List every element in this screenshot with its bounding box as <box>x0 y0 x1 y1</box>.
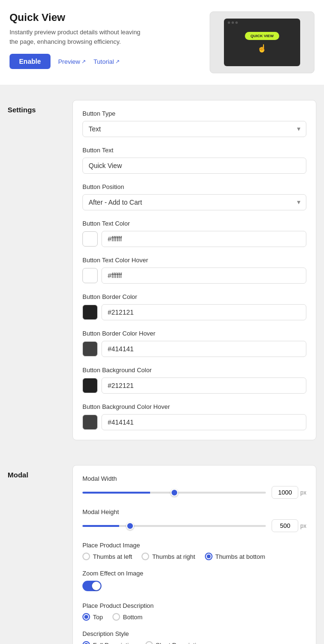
radio-desc-top-label: Top <box>93 614 103 621</box>
radio-thumbs-left-circle <box>82 553 90 560</box>
button-background-color-hover-swatch[interactable] <box>82 415 98 430</box>
zoom-effect-toggle-wrapper <box>82 581 306 593</box>
radio-thumbs-left-label: Thumbs at left <box>93 553 132 560</box>
dot-3 <box>235 21 238 24</box>
button-text-color-hover-label: Button Text Color Hover <box>82 257 306 264</box>
settings-panel: Button Type Text Icon Text + Icon ▼ Butt… <box>72 100 316 440</box>
preview-mockup: QUICK VIEW ☝ <box>224 19 300 66</box>
button-text-color-hover-swatch[interactable] <box>82 268 98 283</box>
modal-width-field: Modal Width px <box>82 475 306 499</box>
zoom-effect-toggle[interactable] <box>82 581 101 591</box>
button-type-select-wrapper: Text Icon Text + Icon ▼ <box>82 121 306 137</box>
button-border-color-field: Button Border Color <box>82 293 306 320</box>
place-product-image-field: Place Product Image Thumbs at left Thumb… <box>82 542 306 560</box>
button-text-color-input[interactable] <box>101 231 306 247</box>
button-border-color-hover-field: Button Border Color Hover <box>82 330 306 357</box>
button-background-color-hover-field: Button Background Color Hover <box>82 403 306 430</box>
section-divider-2 <box>0 450 324 456</box>
settings-label: Settings <box>8 100 65 114</box>
button-background-color-hover-input[interactable] <box>101 414 306 430</box>
modal-height-value-box: px <box>272 519 306 532</box>
radio-desc-bottom[interactable]: Bottom <box>112 613 142 621</box>
description-style-label: Description Style <box>82 630 306 637</box>
button-background-color-swatch[interactable] <box>82 378 98 393</box>
description-style-radio-group: Full Description Short Description <box>82 641 306 644</box>
button-border-color-input[interactable] <box>101 304 306 320</box>
modal-section: Modal Modal Width px Modal Height <box>0 456 324 644</box>
dot-2 <box>232 21 234 24</box>
button-border-color-swatch[interactable] <box>82 305 98 320</box>
button-position-select-wrapper: After - Add to Cart Before - Add to Cart… <box>82 194 306 210</box>
button-border-color-row <box>82 304 306 320</box>
button-type-label: Button Type <box>82 110 306 117</box>
hero-title: Quick View <box>10 11 202 24</box>
modal-width-value-box: px <box>272 486 306 499</box>
button-background-color-hover-row <box>82 414 306 430</box>
button-background-color-input[interactable] <box>101 377 306 394</box>
button-type-field: Button Type Text Icon Text + Icon ▼ <box>82 110 306 137</box>
button-text-color-hover-input[interactable] <box>101 268 306 284</box>
cursor-icon: ☝ <box>257 44 267 53</box>
radio-thumbs-bottom-circle <box>205 553 213 560</box>
button-text-color-field: Button Text Color <box>82 220 306 247</box>
place-product-image-label: Place Product Image <box>82 542 306 549</box>
radio-thumbs-left[interactable]: Thumbs at left <box>82 553 132 560</box>
place-product-description-field: Place Product Description Top Bottom <box>82 602 306 621</box>
radio-thumbs-right[interactable]: Thumbs at right <box>142 553 195 560</box>
tutorial-link[interactable]: Tutorial <box>93 58 120 65</box>
radio-desc-top[interactable]: Top <box>82 613 103 621</box>
preview-link[interactable]: Preview <box>58 58 86 65</box>
button-border-color-hover-input[interactable] <box>101 341 306 357</box>
radio-thumbs-bottom-label: Thumbs at bottom <box>215 553 265 560</box>
zoom-effect-label: Zoom Effect on Image <box>82 570 306 577</box>
button-position-label: Button Position <box>82 183 306 190</box>
place-product-description-radio-group: Top Bottom <box>82 613 306 621</box>
button-border-color-hover-label: Button Border Color Hover <box>82 330 306 337</box>
radio-full-description-label: Full Description <box>93 642 136 644</box>
radio-thumbs-bottom[interactable]: Thumbs at bottom <box>205 553 265 560</box>
enable-button[interactable]: Enable <box>10 54 51 69</box>
place-product-description-label: Place Product Description <box>82 602 306 609</box>
modal-height-field: Modal Height px <box>82 508 306 532</box>
modal-panel: Modal Width px Modal Height px <box>72 465 316 644</box>
place-product-image-radio-group: Thumbs at left Thumbs at right Thumbs at… <box>82 553 306 560</box>
button-border-color-hover-row <box>82 341 306 357</box>
radio-desc-bottom-circle <box>112 613 120 621</box>
button-background-color-label: Button Background Color <box>82 367 306 374</box>
button-position-select[interactable]: After - Add to Cart Before - Add to Cart… <box>82 194 306 210</box>
radio-full-description-circle <box>82 641 90 644</box>
modal-width-slider[interactable] <box>82 492 266 494</box>
preview-qv-button: QUICK VIEW <box>245 32 279 40</box>
radio-full-description[interactable]: Full Description <box>82 641 136 644</box>
radio-desc-bottom-label: Bottom <box>123 614 142 621</box>
modal-height-slider[interactable] <box>82 525 266 527</box>
modal-height-label: Modal Height <box>82 508 306 515</box>
button-text-color-hover-field: Button Text Color Hover <box>82 257 306 284</box>
hero-preview-image: QUICK VIEW ☝ <box>210 11 314 73</box>
radio-thumbs-right-circle <box>142 553 149 560</box>
section-divider-1 <box>0 85 324 90</box>
modal-height-slider-row: px <box>82 519 306 532</box>
button-type-select[interactable]: Text Icon Text + Icon <box>82 121 306 137</box>
radio-short-description-label: Short Description <box>156 642 203 644</box>
button-border-color-label: Button Border Color <box>82 293 306 300</box>
modal-width-slider-row: px <box>82 486 306 499</box>
description-style-field: Description Style Full Description Short… <box>82 630 306 644</box>
modal-width-value-input[interactable] <box>272 486 298 499</box>
button-border-color-hover-swatch[interactable] <box>82 341 98 357</box>
button-background-color-row <box>82 377 306 394</box>
radio-thumbs-right-label: Thumbs at right <box>152 553 195 560</box>
button-text-label: Button Text <box>82 147 306 154</box>
radio-desc-top-circle <box>82 613 90 621</box>
settings-section: Settings Button Type Text Icon Text + Ic… <box>0 90 324 450</box>
modal-height-value-input[interactable] <box>272 519 298 532</box>
radio-short-description-circle <box>145 641 153 644</box>
button-background-color-hover-label: Button Background Color Hover <box>82 403 306 410</box>
radio-short-description[interactable]: Short Description <box>145 641 203 644</box>
button-text-input[interactable] <box>82 158 306 174</box>
dot-1 <box>228 21 230 24</box>
page-wrapper: Quick View Instantly preview product det… <box>0 0 324 644</box>
modal-width-unit: px <box>300 489 306 496</box>
button-text-color-swatch[interactable] <box>82 231 98 247</box>
modal-height-unit: px <box>300 523 306 529</box>
